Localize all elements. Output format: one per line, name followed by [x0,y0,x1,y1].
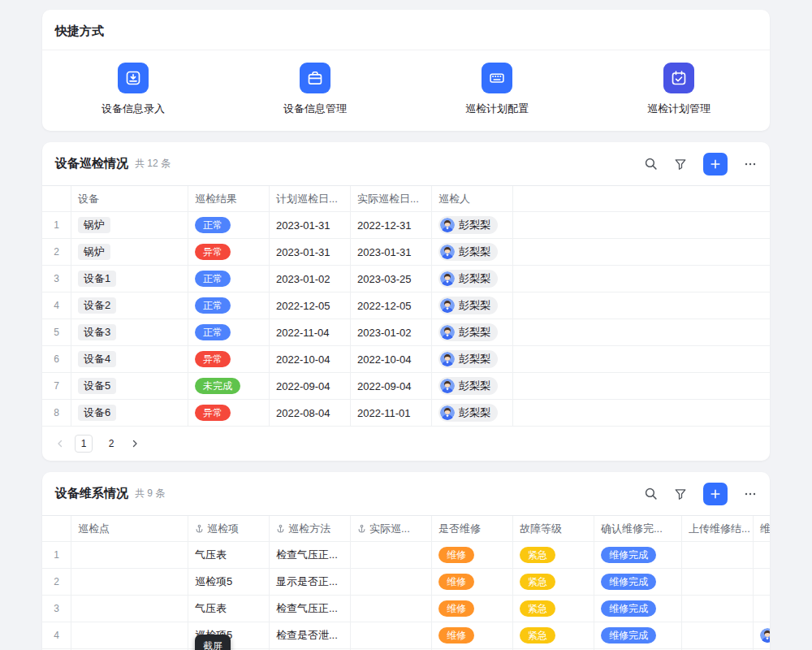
col-item[interactable]: 巡检项 [188,516,270,541]
table-row[interactable]: 4 设备2 正常 2022-12-05 2022-12-05 彭梨梨 [42,292,770,319]
result-cell[interactable]: 异常 [188,346,270,372]
confirm-cell[interactable]: 维修完成 [594,542,682,568]
result-cell[interactable]: 正常 [188,319,270,345]
actual-cell[interactable] [351,569,432,595]
actual-date-cell[interactable]: 2022-09-04 [351,373,432,399]
inspector-cell[interactable]: 彭梨梨 [432,239,513,265]
shortcut-plan-manage[interactable]: 巡检计划管理 [588,63,770,116]
more-icon[interactable] [744,488,757,500]
device-cell[interactable]: 锅炉 [71,212,188,238]
level-cell[interactable]: 紧急 [513,622,594,648]
col-repair[interactable]: 是否维修 [432,516,513,541]
upload-cell[interactable] [682,569,754,595]
result-cell[interactable]: 正常 [188,292,270,318]
col-confirm[interactable]: 确认维修完... [594,516,682,541]
item-cell[interactable]: 气压表 [188,596,270,622]
actual-date-cell[interactable]: 2022-12-31 [351,212,432,238]
filter-icon[interactable] [674,158,687,171]
search-icon[interactable] [644,487,658,500]
planned-date-cell[interactable]: 2022-10-04 [270,346,351,372]
confirm-cell[interactable]: 维修完成 [594,596,682,622]
level-cell[interactable]: 紧急 [513,569,594,595]
inspector-cell[interactable]: 彭梨梨 [432,266,513,292]
method-cell[interactable]: 检查是否泄... [270,622,351,648]
method-cell[interactable]: 检查气压正... [270,542,351,568]
col-inspector[interactable]: 巡检人 [432,186,513,211]
search-icon[interactable] [644,157,658,171]
table-row[interactable]: 3 气压表 检查气压正... 维修 紧急 维修完成 [42,596,770,622]
planned-date-cell[interactable]: 2022-12-05 [270,292,351,318]
upload-cell[interactable] [682,596,754,622]
upload-cell[interactable] [682,542,754,568]
inspector-cell[interactable]: 彭梨梨 [432,212,513,238]
screenshot-chip[interactable]: 截屏 [195,635,231,650]
col-last[interactable]: 维... [754,516,770,541]
table-row[interactable]: 2 锅炉 异常 2023-01-31 2023-01-31 彭梨梨 [42,239,770,266]
repair-cell[interactable]: 维修 [432,596,513,622]
col-point[interactable]: 巡检点 [71,516,188,541]
repair-cell[interactable]: 维修 [432,542,513,568]
shortcut-device-manage[interactable]: 设备信息管理 [224,63,406,116]
table-row[interactable]: 3 设备1 正常 2023-01-02 2023-03-25 彭梨梨 [42,266,770,292]
planned-date-cell[interactable]: 2023-01-31 [270,212,351,238]
page-2-button[interactable]: 2 [102,435,120,453]
method-cell[interactable]: 检查气压正... [270,596,351,622]
point-cell[interactable] [71,622,188,648]
table-row[interactable]: 7 设备5 未完成 2022-09-04 2022-09-04 彭梨梨 [42,373,770,400]
shortcut-plan-config[interactable]: 巡检计划配置 [406,63,588,116]
col-result[interactable]: 巡检结果 [188,186,270,211]
device-cell[interactable]: 设备6 [71,400,188,426]
col-device[interactable]: 设备 [71,186,188,211]
table-row[interactable]: 8 设备6 异常 2022-08-04 2022-11-01 彭梨梨 [42,400,770,427]
last-cell[interactable] [754,622,770,648]
inspector-cell[interactable]: 彭梨梨 [432,319,513,345]
actual-date-cell[interactable]: 2022-12-05 [351,292,432,318]
page-1-button[interactable]: 1 [75,435,93,453]
table-row[interactable]: 5 设备3 正常 2022-11-04 2023-01-02 彭梨梨 [42,319,770,346]
inspector-cell[interactable]: 彭梨梨 [432,292,513,318]
confirm-cell[interactable]: 维修完成 [594,569,682,595]
table-row[interactable]: 1 气压表 检查气压正... 维修 紧急 维修完成 [42,542,770,569]
point-cell[interactable] [71,569,188,595]
shortcut-device-entry[interactable]: 设备信息录入 [42,63,224,116]
add-record-button[interactable] [703,483,728,505]
actual-cell[interactable] [351,596,432,622]
item-cell[interactable]: 巡检项5 [188,569,270,595]
planned-date-cell[interactable]: 2022-08-04 [270,400,351,426]
result-cell[interactable]: 异常 [188,239,270,265]
inspector-cell[interactable]: 彭梨梨 [432,373,513,399]
last-cell[interactable] [754,596,770,622]
point-cell[interactable] [71,596,188,622]
actual-date-cell[interactable]: 2023-03-25 [351,266,432,292]
actual-date-cell[interactable]: 2022-11-01 [351,400,432,426]
planned-date-cell[interactable]: 2022-11-04 [270,319,351,345]
device-cell[interactable]: 锅炉 [71,239,188,265]
item-cell[interactable]: 气压表 [188,542,270,568]
prev-page-button[interactable] [55,439,65,448]
more-icon[interactable] [744,158,757,171]
repair-cell[interactable]: 维修 [432,569,513,595]
repair-cell[interactable]: 维修 [432,622,513,648]
device-cell[interactable]: 设备5 [71,373,188,399]
col-level[interactable]: 故障等级 [513,516,594,541]
result-cell[interactable]: 异常 [188,400,270,426]
actual-date-cell[interactable]: 2022-10-04 [351,346,432,372]
filter-icon[interactable] [674,488,687,500]
col-actual-date[interactable]: 实际巡检日... [351,186,432,211]
last-cell[interactable] [754,569,770,595]
confirm-cell[interactable]: 维修完成 [594,622,682,648]
upload-cell[interactable] [682,622,754,648]
col-upload[interactable]: 上传维修结... [682,516,754,541]
add-record-button[interactable] [703,153,728,176]
device-cell[interactable]: 设备2 [71,292,188,318]
table-row[interactable]: 4 巡检项5 检查是否泄... 维修 紧急 维修完成 [42,622,770,649]
result-cell[interactable]: 未完成 [188,373,270,399]
table-row[interactable]: 2 巡检项5 显示是否正... 维修 紧急 维修完成 [42,569,770,596]
actual-date-cell[interactable]: 2023-01-02 [351,319,432,345]
level-cell[interactable]: 紧急 [513,542,594,568]
actual-date-cell[interactable]: 2023-01-31 [351,239,432,265]
actual-cell[interactable] [351,542,432,568]
col-planned-date[interactable]: 计划巡检日... [270,186,351,211]
next-page-button[interactable] [130,439,140,448]
col-method[interactable]: 巡检方法 [270,516,351,541]
